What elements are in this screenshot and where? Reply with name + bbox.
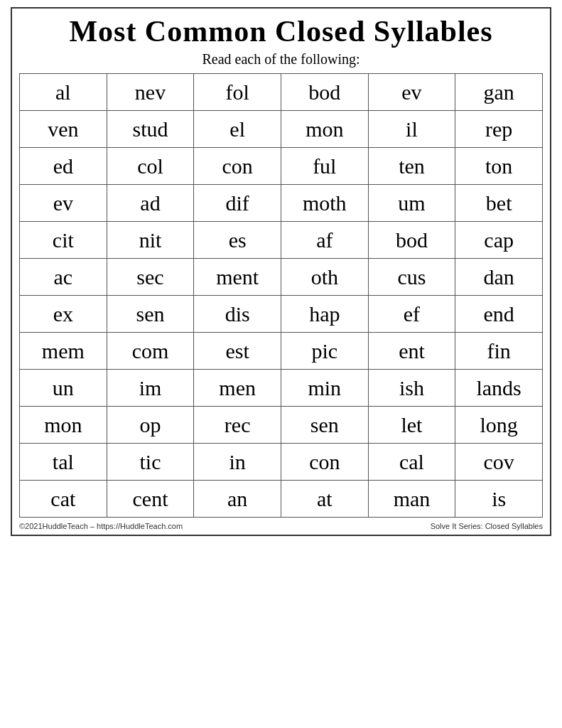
table-cell: is (455, 481, 543, 518)
table-row: alnevfolbodevgan (20, 74, 543, 111)
table-row: acsecmentothcusdan (20, 259, 543, 296)
table-cell: cap (455, 222, 543, 259)
table-cell: sec (107, 259, 194, 296)
table-cell: tic (107, 444, 194, 481)
table-row: talticinconcalcov (20, 444, 543, 481)
table-cell: al (20, 74, 107, 111)
table-cell: el (194, 111, 281, 148)
table-cell: bet (455, 185, 543, 222)
table-row: venstudelmonilrep (20, 111, 543, 148)
table-row: catcentanatmanis (20, 481, 543, 518)
table-cell: an (194, 481, 281, 518)
table-cell: af (281, 222, 368, 259)
table-cell: cit (20, 222, 107, 259)
table-cell: hap (281, 296, 368, 333)
table-row: evaddifmothumbet (20, 185, 543, 222)
table-cell: in (194, 444, 281, 481)
table-cell: ad (107, 185, 194, 222)
syllable-table: alnevfolbodevganvenstudelmonilrepedcolco… (19, 73, 543, 518)
footer-right: Solve It Series: Closed Syllables (431, 522, 543, 530)
table-cell: cent (107, 481, 194, 518)
table-cell: ven (20, 111, 107, 148)
table-row: citnitesafbodcap (20, 222, 543, 259)
table-cell: lands (455, 370, 543, 407)
table-cell: im (107, 370, 194, 407)
table-cell: mem (20, 333, 107, 370)
table-cell: mon (20, 407, 107, 444)
table-row: exsendishapefend (20, 296, 543, 333)
page-container: Most Common Closed Syllables Read each o… (11, 7, 551, 536)
table-cell: dif (194, 185, 281, 222)
table-cell: sen (281, 407, 368, 444)
table-cell: ac (20, 259, 107, 296)
table-cell: um (368, 185, 455, 222)
table-cell: end (455, 296, 543, 333)
table-cell: ed (20, 148, 107, 185)
page-title: Most Common Closed Syllables (69, 14, 492, 48)
table-cell: ef (368, 296, 455, 333)
table-cell: oth (281, 259, 368, 296)
table-cell: men (194, 370, 281, 407)
table-row: memcomestpicentfin (20, 333, 543, 370)
table-cell: ent (368, 333, 455, 370)
table-cell: nev (107, 74, 194, 111)
table-cell: nit (107, 222, 194, 259)
table-cell: con (194, 148, 281, 185)
subtitle: Read each of the following: (202, 51, 360, 68)
table-cell: un (20, 370, 107, 407)
table-cell: cov (455, 444, 543, 481)
table-cell: dan (455, 259, 543, 296)
table-cell: com (107, 333, 194, 370)
table-cell: fol (194, 74, 281, 111)
footer-left: ©2021HuddleTeach – https://HuddleTeach.c… (19, 522, 183, 530)
table-cell: fin (455, 333, 543, 370)
table-cell: ton (455, 148, 543, 185)
table-cell: bod (368, 222, 455, 259)
table-cell: long (455, 407, 543, 444)
table-cell: let (368, 407, 455, 444)
table-cell: dis (194, 296, 281, 333)
table-cell: ev (20, 185, 107, 222)
table-row: edcolconfultenton (20, 148, 543, 185)
footer: ©2021HuddleTeach – https://HuddleTeach.c… (19, 522, 543, 530)
table-cell: man (368, 481, 455, 518)
table-cell: cat (20, 481, 107, 518)
table-cell: moth (281, 185, 368, 222)
table-cell: rep (455, 111, 543, 148)
table-cell: stud (107, 111, 194, 148)
table-row: monoprecsenletlong (20, 407, 543, 444)
table-cell: sen (107, 296, 194, 333)
table-cell: min (281, 370, 368, 407)
table-cell: pic (281, 333, 368, 370)
table-cell: col (107, 148, 194, 185)
table-cell: ful (281, 148, 368, 185)
table-cell: est (194, 333, 281, 370)
table-cell: ish (368, 370, 455, 407)
table-cell: cal (368, 444, 455, 481)
table-cell: rec (194, 407, 281, 444)
table-cell: ex (20, 296, 107, 333)
table-cell: con (281, 444, 368, 481)
table-cell: ment (194, 259, 281, 296)
table-row: unimmenminishlands (20, 370, 543, 407)
table-cell: gan (455, 74, 543, 111)
table-cell: cus (368, 259, 455, 296)
table-cell: es (194, 222, 281, 259)
table-cell: bod (281, 74, 368, 111)
table-cell: mon (281, 111, 368, 148)
table-cell: op (107, 407, 194, 444)
table-cell: ev (368, 74, 455, 111)
table-cell: tal (20, 444, 107, 481)
table-cell: at (281, 481, 368, 518)
table-cell: ten (368, 148, 455, 185)
table-cell: il (368, 111, 455, 148)
